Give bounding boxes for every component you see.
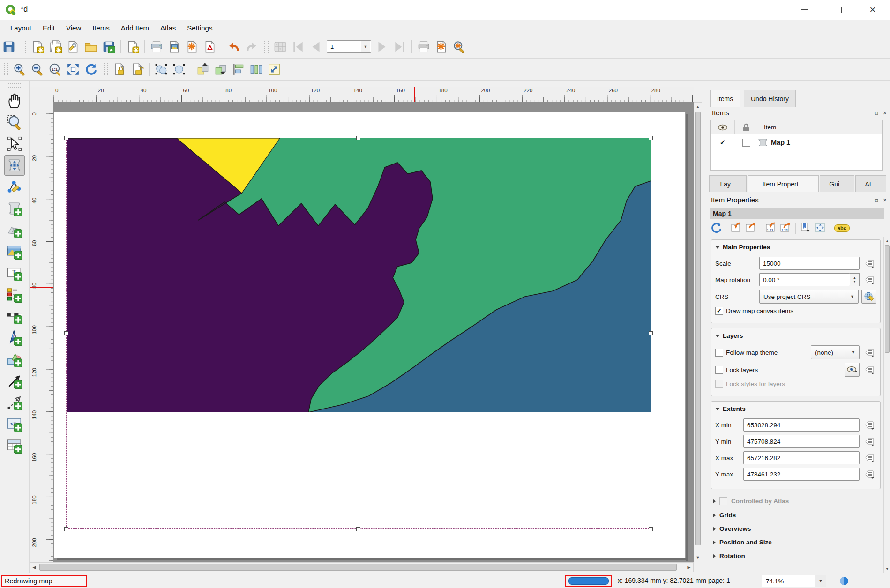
view-extent-in-canvas-icon[interactable] [745, 222, 757, 235]
menu-edit[interactable]: Edit [38, 22, 60, 34]
refresh-map-preview-icon[interactable] [710, 222, 722, 235]
extents-header[interactable]: Extents [715, 403, 876, 415]
zoom-actual-button[interactable]: 1:1 [46, 60, 64, 78]
scroll-down-icon[interactable]: ▼ [694, 554, 702, 561]
crs-dropdown[interactable]: Use project CRS▼ [759, 290, 859, 304]
menu-view[interactable]: View [61, 22, 86, 34]
edit-nodes-item-tool-button[interactable] [4, 177, 25, 197]
add-attribute-table-button[interactable] [4, 435, 25, 456]
section-rotation[interactable]: Rotation [711, 549, 881, 563]
add-shape-button[interactable] [4, 349, 25, 370]
chevron-down-icon[interactable]: ▼ [815, 575, 826, 587]
menu-items[interactable]: Items [88, 22, 114, 34]
lock-selected-items-button[interactable] [111, 60, 128, 78]
set-map-scale-to-canvas-icon[interactable]: 1:23 [765, 222, 777, 235]
panel-scrollbar[interactable]: ▲ ▼ [883, 237, 890, 573]
data-defined-override-icon[interactable] [862, 468, 876, 480]
add-html-button[interactable]: </> [4, 414, 25, 434]
dock-float-icon[interactable]: ⧉ [873, 197, 880, 203]
menu-layout[interactable]: Layout [6, 22, 36, 34]
pan-layout-tool-button[interactable] [4, 90, 25, 111]
items-list-row-map1[interactable]: ✓ Map 1 [711, 134, 882, 150]
selection-handle[interactable] [649, 136, 653, 140]
data-defined-override-icon[interactable] [862, 257, 876, 269]
data-defined-override-icon[interactable] [862, 435, 876, 447]
dock-float-icon[interactable]: ⧉ [873, 110, 880, 116]
close-button[interactable]: × [859, 0, 886, 20]
tab-item-properties[interactable]: Item Propert... [748, 175, 819, 192]
duplicate-layout-button[interactable] [46, 38, 64, 56]
lower-selected-items-button[interactable] [212, 60, 230, 78]
move-map-content-icon[interactable] [814, 222, 826, 235]
layers-header[interactable]: Layers [715, 330, 876, 342]
move-item-content-tool-button[interactable] [4, 155, 25, 176]
section-controlled-by-atlas[interactable]: Controlled by Atlas [711, 494, 881, 508]
maximize-button[interactable] [825, 0, 852, 20]
tab-items[interactable]: Items [710, 90, 740, 107]
layout-canvas[interactable] [53, 102, 694, 562]
selection-handle[interactable] [356, 527, 360, 531]
zoom-full-button[interactable] [64, 60, 82, 78]
data-defined-override-icon[interactable] [862, 346, 876, 358]
unlock-all-items-button[interactable] [128, 60, 146, 78]
vertical-scrollbar[interactable]: ▲ ▼ [694, 102, 702, 562]
layout-page[interactable] [54, 112, 686, 558]
dock-close-icon[interactable]: ✕ [882, 110, 888, 116]
zoom-tool-button[interactable] [4, 112, 25, 133]
minimize-button[interactable] [791, 0, 818, 20]
add-legend-button[interactable] [4, 284, 25, 305]
interactively-edit-extent-icon[interactable] [800, 222, 812, 235]
x-max-input[interactable]: 657216.282 [743, 451, 860, 464]
map1-visibility-checkbox[interactable]: ✓ [718, 138, 727, 147]
data-defined-override-icon[interactable] [862, 419, 876, 431]
scroll-down-icon[interactable]: ▼ [884, 566, 890, 572]
scrollbar-thumb[interactable] [695, 112, 701, 545]
add-pages-button[interactable] [124, 38, 142, 56]
scroll-up-icon[interactable]: ▲ [884, 238, 890, 244]
selection-handle[interactable] [64, 527, 68, 531]
dock-close-icon[interactable]: ✕ [882, 197, 888, 203]
export-as-image-button[interactable] [165, 38, 183, 56]
undo-button[interactable] [225, 38, 243, 56]
open-layout-button[interactable] [82, 38, 100, 56]
menu-add-item[interactable]: Add Item [116, 22, 154, 34]
set-map-extent-to-canvas-icon[interactable] [730, 222, 742, 235]
add-arrow-button[interactable] [4, 371, 25, 391]
section-overviews[interactable]: Overviews [711, 522, 881, 536]
zoom-out-button[interactable] [29, 60, 46, 78]
add-picture-button[interactable] [4, 241, 25, 262]
add-scalebar-button[interactable] [4, 306, 25, 327]
select-crs-globe-icon[interactable] [861, 290, 876, 304]
follow-map-theme-checkbox[interactable] [715, 349, 723, 357]
labeling-settings-icon[interactable]: abc [834, 224, 850, 232]
menu-atlas[interactable]: Atlas [156, 22, 180, 34]
map-item[interactable] [66, 138, 651, 529]
selection-handle[interactable] [649, 331, 653, 335]
section-grids[interactable]: Grids [711, 508, 881, 522]
align-selected-items-button[interactable] [230, 60, 247, 78]
map-rotation-input[interactable]: 0.00 ° [759, 273, 850, 286]
ungroup-items-button[interactable] [170, 60, 188, 78]
selection-handle[interactable] [64, 331, 68, 335]
tab-undo-history[interactable]: Undo History [744, 90, 796, 107]
y-max-input[interactable]: 478461.232 [743, 468, 860, 481]
horizontal-scrollbar[interactable]: ◀ ▶ [30, 562, 694, 572]
save-as-template-button[interactable] [100, 38, 118, 56]
new-layout-button[interactable] [29, 38, 46, 56]
scroll-left-icon[interactable]: ◀ [31, 563, 37, 572]
raise-selected-items-button[interactable] [194, 60, 212, 78]
tab-layout[interactable]: Lay... [709, 175, 747, 192]
print-layout-button[interactable] [148, 38, 165, 56]
atlas-settings-button[interactable] [450, 38, 468, 56]
tab-atlas[interactable]: At... [855, 175, 886, 192]
map1-lock-checkbox[interactable] [742, 139, 750, 147]
select-move-item-tool-button[interactable] [4, 134, 25, 154]
view-scale-in-canvas-icon[interactable]: 1:23 [779, 222, 792, 235]
chevron-down-icon[interactable]: ▼ [361, 41, 370, 52]
main-properties-header[interactable]: Main Properties [715, 242, 876, 253]
save-layout-button[interactable] [0, 38, 18, 56]
layout-manager-button[interactable] [64, 38, 82, 56]
data-defined-override-icon[interactable] [862, 364, 876, 376]
menu-settings[interactable]: Settings [182, 22, 217, 34]
refresh-view-button[interactable] [82, 60, 100, 78]
